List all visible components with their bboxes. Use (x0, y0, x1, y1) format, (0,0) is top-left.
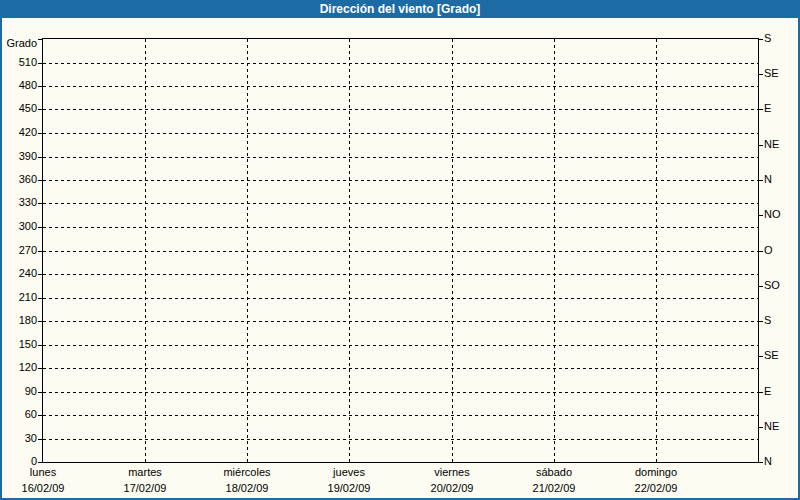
compass-axis-tick (759, 215, 763, 216)
vertical-gridline (554, 39, 555, 462)
horizontal-gridline (43, 392, 758, 393)
y-tick-label: 30 (0, 432, 37, 445)
y-axis-tick (38, 462, 42, 463)
horizontal-gridline (43, 133, 758, 134)
horizontal-gridline (43, 274, 758, 275)
y-tick-label: 240 (0, 267, 37, 280)
horizontal-gridline (43, 251, 758, 252)
compass-axis-tick (759, 392, 763, 393)
compass-tick-label: SE (764, 349, 779, 362)
compass-tick-label: O (764, 244, 773, 257)
horizontal-gridline (43, 227, 758, 228)
compass-tick-label: SO (764, 279, 780, 292)
horizontal-gridline (43, 157, 758, 158)
y-tick-label: 210 (0, 291, 37, 304)
y-tick-label: 420 (0, 126, 37, 139)
y-tick-label: 450 (0, 102, 37, 115)
y-axis-tick (38, 63, 42, 64)
x-day-label: sábado (503, 466, 605, 479)
horizontal-gridline (43, 298, 758, 299)
compass-axis-tick (759, 286, 763, 287)
compass-axis-tick (759, 39, 763, 40)
y-axis-tick (38, 274, 42, 275)
horizontal-gridline (43, 368, 758, 369)
x-date-label: 17/02/09 (94, 482, 196, 495)
horizontal-gridline (43, 321, 758, 322)
y-tick-label: 480 (0, 79, 37, 92)
y-axis-tick (38, 298, 42, 299)
compass-axis-tick (759, 427, 763, 428)
vertical-gridline (349, 39, 350, 462)
horizontal-gridline (43, 109, 758, 110)
y-tick-label: 300 (0, 220, 37, 233)
compass-axis-tick (759, 462, 763, 463)
horizontal-gridline (43, 180, 758, 181)
y-axis-tick (38, 157, 42, 158)
compass-tick-label: N (764, 173, 772, 186)
y-axis-tick (38, 251, 42, 252)
y-axis-tick (38, 39, 42, 40)
compass-tick-label: E (764, 102, 771, 115)
y-axis-tick (38, 368, 42, 369)
compass-axis-tick (759, 251, 763, 252)
x-day-label: domingo (605, 466, 707, 479)
y-axis-tick (38, 203, 42, 204)
compass-tick-label: SE (764, 67, 779, 80)
compass-axis-tick (759, 356, 763, 357)
horizontal-gridline (43, 439, 758, 440)
compass-axis-tick (759, 321, 763, 322)
horizontal-gridline (43, 63, 758, 64)
vertical-gridline (452, 39, 453, 462)
horizontal-gridline (43, 203, 758, 204)
y-axis-tick (38, 180, 42, 181)
x-day-label: miércoles (196, 466, 298, 479)
horizontal-gridline (43, 345, 758, 346)
x-date-label: 18/02/09 (196, 482, 298, 495)
compass-axis-tick (759, 145, 763, 146)
x-day-label: viernes (401, 466, 503, 479)
x-date-label: 22/02/09 (605, 482, 707, 495)
compass-axis-tick (759, 180, 763, 181)
x-day-label: lunes (0, 466, 94, 479)
y-tick-label: 510 (0, 56, 37, 69)
chart-title: Dirección del viento [Grado] (320, 2, 481, 16)
y-tick-label: 360 (0, 173, 37, 186)
y-axis-tick (38, 392, 42, 393)
compass-tick-label: NE (764, 138, 779, 151)
y-axis-title: Grado (0, 37, 37, 49)
plot-area (42, 38, 759, 463)
y-tick-label: 120 (0, 361, 37, 374)
y-axis-tick (38, 321, 42, 322)
y-tick-label: 90 (0, 385, 37, 398)
compass-tick-label: S (764, 314, 771, 327)
compass-tick-label: E (764, 385, 771, 398)
y-axis-tick (38, 439, 42, 440)
x-date-label: 20/02/09 (401, 482, 503, 495)
y-axis-tick (38, 109, 42, 110)
y-tick-label: 60 (0, 408, 37, 421)
vertical-gridline (247, 39, 248, 462)
compass-tick-label: N (764, 455, 772, 468)
y-axis-tick (38, 415, 42, 416)
x-date-label: 19/02/09 (298, 482, 400, 495)
compass-tick-label: NO (764, 208, 781, 221)
chart-panel: Dirección del viento [Grado] Grado 03060… (0, 0, 800, 500)
y-tick-label: 390 (0, 150, 37, 163)
y-axis-tick (38, 345, 42, 346)
x-date-label: 16/02/09 (0, 482, 94, 495)
horizontal-gridline (43, 415, 758, 416)
compass-axis-tick (759, 109, 763, 110)
compass-tick-label: S (764, 32, 771, 45)
y-axis-tick (38, 227, 42, 228)
horizontal-gridline (43, 86, 758, 87)
y-tick-label: 180 (0, 314, 37, 327)
compass-axis-tick (759, 74, 763, 75)
x-day-label: jueves (298, 466, 400, 479)
vertical-gridline (656, 39, 657, 462)
y-axis-tick (38, 133, 42, 134)
y-tick-label: 270 (0, 244, 37, 257)
vertical-gridline (145, 39, 146, 462)
x-date-label: 21/02/09 (503, 482, 605, 495)
x-day-label: martes (94, 466, 196, 479)
y-tick-label: 150 (0, 338, 37, 351)
